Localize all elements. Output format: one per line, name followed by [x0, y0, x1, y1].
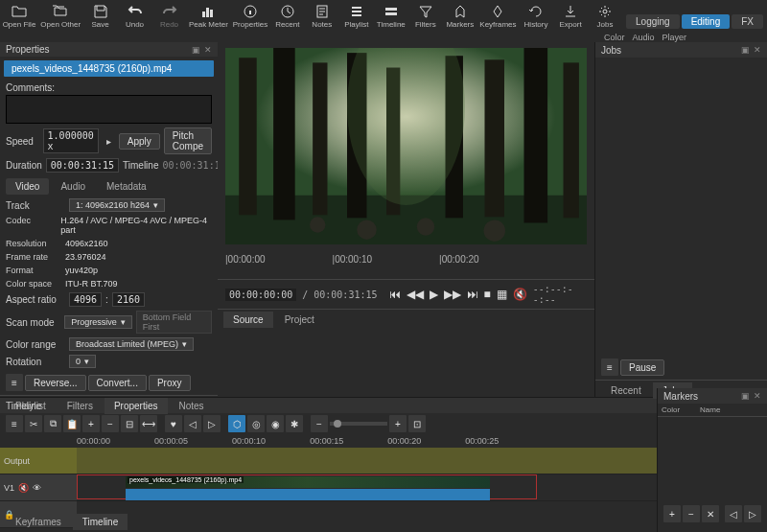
apply-button[interactable]: Apply — [119, 133, 160, 150]
marker-add-icon[interactable]: ♥ — [165, 415, 182, 432]
zoom-slider[interactable] — [330, 422, 387, 426]
next-marker-icon[interactable]: ▷ — [203, 415, 221, 432]
mute-icon[interactable]: 🔇 — [18, 483, 29, 493]
tab-metadata[interactable]: Metadata — [97, 178, 156, 195]
aspect-h-input[interactable]: 2160 — [112, 292, 145, 307]
convert-button[interactable]: Convert... — [88, 375, 147, 391]
ripple-all-icon[interactable]: ✱ — [286, 415, 303, 432]
properties-button[interactable]: Properties — [234, 4, 267, 29]
filters-button[interactable]: Filters — [412, 4, 439, 29]
output-track-header[interactable]: Output — [0, 448, 77, 474]
ripple-icon[interactable]: ◉ — [267, 415, 284, 432]
rotation-dropdown[interactable]: 0 ▾ — [69, 355, 96, 368]
comments-input[interactable] — [6, 95, 212, 124]
clip-filename[interactable]: pexels_videos_1448735 (2160p).mp4 — [4, 60, 214, 77]
prev-marker-icon[interactable]: ◁ — [184, 415, 201, 432]
keyframes-button[interactable]: Keyframes — [481, 4, 515, 29]
current-timecode[interactable]: 00:00:00:00 — [225, 289, 296, 301]
peak-meter-button[interactable]: Peak Meter — [191, 4, 227, 29]
tab-audio[interactable]: Audio — [51, 178, 95, 195]
grid-icon[interactable]: ▦ — [497, 288, 507, 301]
paste-icon[interactable]: 📋 — [63, 415, 81, 432]
v1-track-header[interactable]: V1 🔇 👁 — [0, 474, 77, 501]
preview-ruler[interactable]: |00:00:00 |00:00:10 |00:00:20 — [218, 250, 594, 279]
speed-input[interactable]: 1.000000 x — [43, 128, 99, 153]
tab-keyframes[interactable]: Keyframes — [6, 514, 71, 530]
split-icon[interactable]: ⟷ — [140, 415, 157, 432]
close-icon[interactable]: ✕ — [754, 391, 761, 401]
scrub-icon[interactable]: ◎ — [247, 415, 265, 432]
playlist-button[interactable]: Playlist — [343, 4, 370, 29]
track-dropdown[interactable]: 1: 4096x2160 h264 ▾ — [69, 198, 165, 212]
pitch-button[interactable]: Pitch Compe — [164, 127, 212, 154]
close-icon[interactable]: ✕ — [754, 45, 761, 55]
jobs-button[interactable]: Jobs — [592, 4, 618, 29]
mk-next-icon[interactable]: ▷ — [744, 505, 761, 522]
recent-button[interactable]: Recent — [274, 4, 301, 29]
fastfwd-icon[interactable]: ▶▶ — [444, 288, 461, 301]
ruler-tick: |00:00:20 — [439, 254, 479, 265]
play-icon[interactable]: ▶ — [430, 288, 438, 301]
submode-audio[interactable]: Audio — [633, 33, 655, 42]
speed-spinner[interactable]: ▸ — [103, 135, 115, 148]
copy-icon[interactable]: ⧉ — [44, 415, 61, 432]
notes-button[interactable]: Notes — [309, 4, 336, 29]
hamburger-icon[interactable]: ≡ — [6, 374, 23, 391]
remove-icon[interactable]: − — [102, 415, 119, 432]
redo-button[interactable]: Redo — [156, 4, 183, 29]
open-file-button[interactable]: Open File — [4, 4, 35, 29]
pause-button[interactable]: Pause — [620, 359, 664, 376]
skip-end-icon[interactable]: ⏭ — [467, 288, 478, 301]
snap-icon[interactable]: ⬡ — [228, 415, 245, 432]
history-button[interactable]: History — [523, 4, 549, 29]
export-button[interactable]: Export — [557, 4, 584, 29]
submode-color[interactable]: Color — [604, 33, 625, 42]
mk-add-icon[interactable]: + — [663, 505, 681, 522]
mk-prev-icon[interactable]: ◁ — [725, 505, 742, 522]
undo-button[interactable]: Undo — [122, 4, 149, 29]
tab-project[interactable]: Project — [275, 312, 324, 328]
mk-remove-icon[interactable]: − — [683, 505, 700, 522]
scanmode-dropdown[interactable]: Progressive ▾ — [64, 315, 132, 329]
proxy-button[interactable]: Proxy — [149, 375, 191, 391]
zoom-out-icon[interactable]: − — [311, 415, 328, 432]
video-clip[interactable]: pexels_videos_1448735 (2160p).mp4 — [77, 474, 537, 499]
submode-player[interactable]: Player — [662, 33, 687, 42]
append-icon[interactable]: + — [82, 415, 100, 432]
mode-logging[interactable]: Logging — [626, 14, 680, 29]
mk-clear-icon[interactable]: ✕ — [702, 505, 719, 522]
rewind-icon[interactable]: ◀◀ — [407, 288, 424, 301]
toggle-icon[interactable]: ■ — [484, 288, 491, 301]
undock-icon[interactable]: ▣ — [741, 391, 750, 401]
menu-icon[interactable]: ≡ — [601, 359, 618, 376]
tab-source[interactable]: Source — [223, 312, 273, 328]
mute-icon[interactable]: 🔇 — [513, 288, 527, 301]
undock-icon[interactable]: ▣ — [192, 45, 200, 55]
colorrange-dropdown[interactable]: Broadcast Limited (MPEG) ▾ — [69, 337, 194, 351]
tab-video[interactable]: Video — [6, 178, 49, 195]
reverse-button[interactable]: Reverse... — [25, 375, 86, 391]
overwrite-icon[interactable]: ⊟ — [121, 415, 138, 432]
timeline-button[interactable]: Timeline — [378, 4, 405, 29]
mode-editing[interactable]: Editing — [682, 14, 731, 29]
markers-button[interactable]: Markers — [447, 4, 474, 29]
video-preview[interactable] — [225, 48, 587, 244]
tab-properties[interactable]: Properties — [105, 398, 168, 414]
tab-recent[interactable]: Recent — [601, 382, 651, 399]
cut-icon[interactable]: ✂ — [25, 415, 42, 432]
mode-fx[interactable]: FX — [732, 14, 763, 29]
tl-menu-icon[interactable]: ≡ — [6, 415, 23, 432]
tab-notes[interactable]: Notes — [170, 398, 214, 414]
undock-icon[interactable]: ▣ — [741, 45, 750, 55]
skip-start-icon[interactable]: ⏮ — [389, 288, 401, 301]
tab-filters[interactable]: Filters — [58, 398, 103, 414]
save-button[interactable]: Save — [87, 4, 114, 29]
timeline-ruler[interactable]: 00:00:00 00:00:05 00:00:10 00:00:15 00:0… — [0, 434, 767, 448]
eye-icon[interactable]: 👁 — [33, 483, 41, 493]
open-other-button[interactable]: Open Other — [42, 4, 80, 29]
aspect-w-input[interactable]: 4096 — [69, 292, 102, 307]
zoom-in-icon[interactable]: + — [389, 415, 407, 432]
close-icon[interactable]: ✕ — [204, 45, 212, 55]
zoom-fit-icon[interactable]: ⊡ — [408, 415, 426, 432]
tab-timeline[interactable]: Timeline — [73, 514, 128, 530]
